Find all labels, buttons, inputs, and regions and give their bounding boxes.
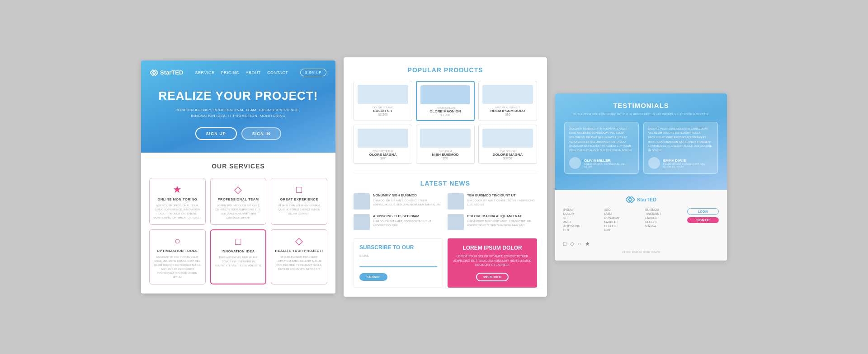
nav-contact[interactable]: CONTACT: [267, 70, 288, 75]
nav-service[interactable]: SERVICE: [195, 70, 215, 75]
service-card-5: ◇ REALIZE YOUR PROJECT! M QUIS BLANDIT P…: [271, 229, 327, 284]
hero-title: REALIZE YOUR PROJECT!: [150, 89, 326, 103]
news-item-text-0: ENIM DOLOR SIT AMET, CONSECTETUER ADIPIS…: [373, 199, 443, 207]
service-name-4: INNOVATION IDEA: [215, 249, 262, 253]
nav-pricing[interactable]: PRICING: [221, 70, 239, 75]
footer-link-3: AMET: [563, 220, 601, 224]
news-item-1: YBH EUISMOD TINCIDUNT UT SIM DOLOR SIT A…: [448, 193, 537, 210]
testimonials-cards: DOLOR IN HENDRERIT IN VULPUTATE VELIT ES…: [564, 122, 718, 174]
service-name-1: PROFESSIONAL TEAM: [214, 197, 263, 201]
footer-link-col3-2: LAOREET: [645, 216, 683, 219]
nav-signup-button[interactable]: SIGN UP: [300, 69, 326, 76]
service-icon-0: ★: [153, 185, 202, 195]
product-card-0: DOLOR SIT AME EOLOR SIT $2,300: [354, 81, 412, 121]
footer-link-0: IPSUM: [563, 208, 601, 211]
footer-link-1: DOLOR: [563, 212, 601, 215]
subscribe-title: SUBSCRIBE TO OUR: [359, 244, 437, 251]
panel2-bottom: SUBSCRIBE TO OUR E-MAIL SUBMIT LOREM IPS…: [354, 238, 537, 288]
subscribe-submit-button[interactable]: SUBMIT: [359, 273, 387, 281]
footer-link-col3-3: DOLORE: [645, 220, 683, 224]
service-desc-4: DUIS AUTEM VEL EUM IRURE DOLOR IN HENDRE…: [215, 256, 262, 268]
footer-icon-star[interactable]: ★: [585, 241, 590, 247]
product-price-2: $80: [482, 113, 533, 116]
footer-link-col3-0: EUISMOD: [645, 208, 683, 211]
product-card-1: IPSUM DOLOR OLORE MAGNION $1,000: [416, 81, 475, 121]
testimonial-info-0: OLIVIA MILLER EGER MAGNA, CONSEQUE. VEL …: [584, 158, 634, 168]
news-item-text-3: KREM IPSUM DOLOR SIT AMET, CONSECTETUER …: [467, 219, 537, 228]
logo-text: StarTED: [160, 69, 183, 76]
product-name-1: OLORE MAGNION: [420, 109, 470, 113]
hero-signin-button[interactable]: SIGN IN: [241, 127, 282, 140]
services-section: OUR SERVICES ★ ONLINE MONITORING AGENCY,…: [141, 153, 335, 293]
testimonial-name-1: EMMA DAVIS: [663, 158, 713, 163]
testimonial-card-0: DOLOR IN HENDRERIT IN VULPUTATE VELIT ES…: [564, 122, 639, 174]
service-icon-5: ◇: [275, 236, 323, 246]
service-icon-1: ◇: [214, 185, 263, 195]
footer-signup-button[interactable]: SIGN UP: [687, 217, 719, 223]
footer-link-col2-4: DOLORE: [604, 224, 642, 228]
product-name-4: NIBH EUISMOD: [420, 153, 471, 157]
news-content-0: NONUMMY NIBH EUISMOD ENIM DOLOR SIT AMET…: [373, 193, 443, 207]
product-card-4: SED DIAM NIBH EUISMOD $50: [416, 125, 475, 164]
product-thumb-5: [482, 129, 533, 148]
footer-logo: StarTED: [563, 196, 719, 203]
divider-1: [354, 173, 537, 173]
navbar: StarTED SERVICE PRICING ABOUT CONTACT SI…: [150, 69, 326, 76]
service-icon-2: □: [275, 185, 323, 195]
subscribe-email-input[interactable]: [359, 261, 437, 267]
promo-text: LOREM IPSUM DOLOR SIT AMET, CONSECTETUER…: [453, 254, 532, 267]
product-price-0: $2,300: [358, 113, 408, 116]
products-grid: DOLOR SIT AME EOLOR SIT $2,300 IPSUM DOL…: [354, 81, 537, 164]
product-price-3: $87: [358, 157, 408, 160]
subscribe-label: E-MAIL: [359, 254, 437, 257]
service-name-2: GREAT EXPERIENCE: [275, 197, 323, 201]
services-grid: ★ ONLINE MONITORING AGENCY, PROFESSIONAL…: [149, 178, 327, 284]
service-card-4: □ INNOVATION IDEA DUIS AUTEM VEL EUM IRU…: [210, 229, 267, 284]
subscribe-box: SUBSCRIBE TO OUR E-MAIL SUBMIT: [354, 238, 443, 288]
product-name-2: RREM IPSUM DOLO: [482, 109, 533, 113]
footer-logo-text: StarTED: [637, 197, 656, 202]
service-card-3: ○ OPTIMIZATION TOOLS ENGRENT IN VISI PUT…: [149, 229, 206, 284]
footer-icon-square[interactable]: □: [563, 241, 566, 247]
more-info-button[interactable]: MORE INFO: [476, 273, 509, 281]
footer-col-2: SEO DIAM NONUMMY LAOREET DOLORE NIBH: [604, 208, 642, 232]
testimonial-avatar-1: [648, 157, 660, 169]
testimonial-card-1: DILKATE VELIT ESSE MOLESTIE CONSEQUAT, V…: [643, 122, 718, 174]
footer-link-col3-1: TINCIDUNT: [645, 212, 683, 215]
footer-login-button[interactable]: LOGIN: [687, 208, 719, 215]
news-item-text-2: EUM DOLOR SIT AMET, CONSECUTECIUT UT LAO…: [373, 219, 443, 228]
promo-box: LOREM IPSUM DOLOR LOREM IPSUM DOLOR SIT …: [448, 238, 537, 288]
service-desc-1: LOREM IPSUM DOLOR SIT AMET, CONSECTETUER…: [214, 204, 263, 220]
service-card-2: □ GREAT EXPERIENCE UT WISI ENIM AD MINIM…: [271, 178, 327, 225]
footer-col-3: EUISMOD TINCIDUNT LAOREET DOLORE MAGNA: [645, 208, 683, 232]
footer-icon-circle[interactable]: ○: [578, 241, 581, 247]
panel3-footer: StarTED IPSUM DOLOR SIT AMET ADIPISCING …: [555, 190, 727, 261]
testimonials-title: Testimonials: [564, 102, 718, 109]
service-icon-3: ○: [153, 236, 202, 246]
footer-link-5: ELIT: [563, 228, 601, 232]
footer-link-2: SIT: [563, 216, 601, 219]
hero-buttons: SIGN UP SIGN IN: [150, 127, 326, 140]
hero-signup-button[interactable]: SIGN UP: [195, 127, 237, 140]
service-desc-5: M QUIS BLANDIT PRAESENT LUPTATUM ZZRIL D…: [275, 255, 323, 271]
testimonial-text-0: DOLOR IN HENDRERIT IN VULPUTATE VELIT ES…: [569, 127, 634, 153]
news-thumb-0: [354, 193, 370, 210]
hero-section: StarTED SERVICE PRICING ABOUT CONTACT SI…: [141, 61, 335, 153]
products-title: POPULAR PRODUCTS: [354, 66, 537, 74]
service-desc-2: UT WISI ENIM AD MINIM VENIAM, QUIS NOSTR…: [275, 204, 323, 216]
news-item-title-1: YBH EUISMOD TINCIDUNT UT: [467, 193, 537, 197]
news-thumb-2: [354, 214, 370, 230]
news-item-title-3: DOLORE MAGNA ALIQUAM ERAT: [467, 214, 537, 218]
news-item-0: NONUMMY NIBH EUISMOD ENIM DOLOR SIT AMET…: [354, 193, 443, 210]
product-name-0: EOLOR SIT: [358, 109, 408, 113]
service-name-5: REALIZE YOUR PROJECT!: [275, 249, 323, 253]
service-desc-0: AGENCY, PROFESSIONAL TEAM, GREAT EXPERIE…: [153, 204, 202, 220]
footer-icon-diamond[interactable]: ◇: [570, 241, 574, 247]
nav-about[interactable]: ABOUT: [245, 70, 261, 75]
product-price-4: $50: [420, 157, 471, 160]
promo-title: LOREM IPSUM DOLOR: [453, 245, 532, 251]
footer-bottom-text: UT WISI ENIM AD MINIM VENIAM: [563, 251, 719, 253]
footer-columns: IPSUM DOLOR SIT AMET ADIPISCING ELIT SEO…: [563, 208, 683, 232]
product-thumb-0: [358, 85, 408, 104]
service-name-0: ONLINE MONITORING: [153, 197, 202, 201]
